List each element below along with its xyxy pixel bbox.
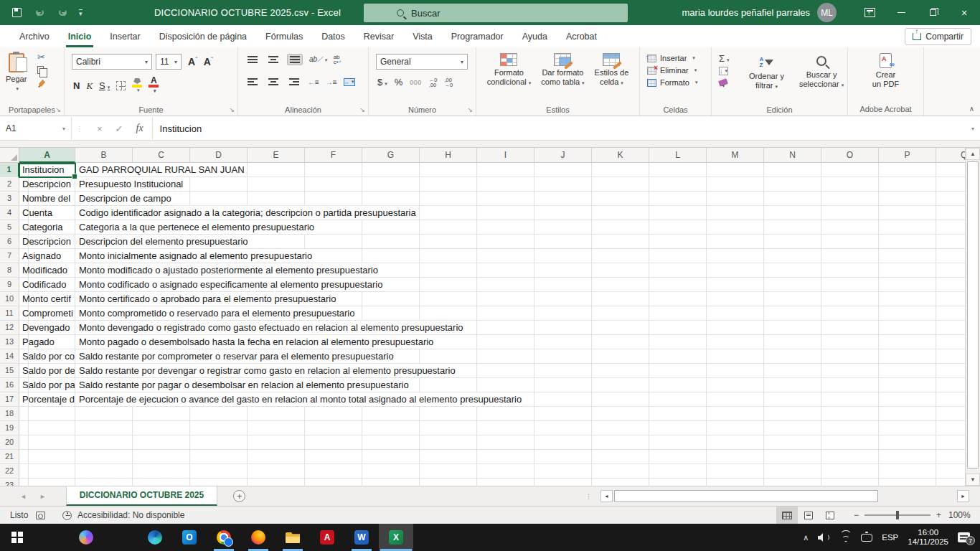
taskbar-edge-button[interactable] xyxy=(138,524,172,551)
decrease-decimal-button[interactable]: ,00→0 xyxy=(445,77,453,88)
cell-A7[interactable]: Asignado xyxy=(19,249,75,263)
tab-insertar[interactable]: Insertar xyxy=(100,25,149,47)
row-header-2[interactable]: 2 xyxy=(0,177,19,192)
next-sheet-arrow[interactable]: ► xyxy=(39,493,46,500)
clear-button[interactable] xyxy=(718,78,728,87)
cell-B12[interactable]: Monto devengado o registrado como gasto … xyxy=(77,321,466,334)
cancel-button[interactable]: × xyxy=(97,123,103,134)
row-header-20[interactable]: 20 xyxy=(0,435,19,450)
italic-button[interactable]: K xyxy=(86,80,93,92)
bold-button[interactable]: N xyxy=(73,80,80,91)
cell-A2[interactable]: Descripcion xyxy=(19,177,75,191)
close-button[interactable]: × xyxy=(948,0,980,25)
row-header-14[interactable]: 14 xyxy=(0,349,19,364)
paste-button[interactable]: Pegar xyxy=(6,53,27,93)
align-left-button[interactable] xyxy=(245,77,260,87)
cell-B6[interactable]: Descripcion del elemento presupuestario xyxy=(77,235,250,248)
increase-decimal-button[interactable]: ←0,00 xyxy=(429,77,438,88)
insert-function-button[interactable]: fx xyxy=(136,123,143,134)
column-header-H[interactable]: H xyxy=(420,148,477,163)
customize-qat-button[interactable]: ▾ xyxy=(79,9,83,17)
meet-now-icon[interactable] xyxy=(861,534,872,542)
cell-styles-button[interactable]: Estilos de celda xyxy=(595,53,629,88)
comma-format-button[interactable]: 000 xyxy=(410,79,422,86)
row-header-6[interactable]: 6 xyxy=(0,235,19,249)
cell-A5[interactable]: Categoria xyxy=(19,220,75,234)
cell-B1[interactable]: GAD PARROQUIAL RURAL SAN JUAN xyxy=(77,163,247,176)
column-header-Q[interactable]: Q xyxy=(936,148,965,163)
alignment-dialog-launcher[interactable]: ↘ xyxy=(359,106,365,113)
number-format-select[interactable]: General▾ xyxy=(376,54,468,70)
column-header-C[interactable]: C xyxy=(133,148,190,163)
select-all-corner[interactable] xyxy=(0,148,19,163)
accessibility-status[interactable]: Accesibilidad: No disponible xyxy=(77,510,184,520)
decrease-font-button[interactable]: Aˇ xyxy=(204,56,213,67)
row-header-18[interactable]: 18 xyxy=(0,407,19,421)
cell-B8[interactable]: Monto modificado o ajustado posteriormen… xyxy=(77,263,380,277)
font-dialog-launcher[interactable]: ↘ xyxy=(229,106,235,113)
align-bottom-button[interactable] xyxy=(287,54,303,65)
cell-B17[interactable]: Porcentaje de ejecucion o avance del gas… xyxy=(77,392,524,406)
taskbar-outlook-button[interactable] xyxy=(172,524,207,551)
font-size-select[interactable]: 11▾ xyxy=(156,54,182,70)
cell-A12[interactable]: Devengado xyxy=(19,321,75,334)
merge-center-button[interactable]: ↔ xyxy=(344,78,355,86)
clipboard-dialog-launcher[interactable]: ↘ xyxy=(55,106,61,113)
scroll-down-arrow[interactable]: ▼ xyxy=(966,474,980,486)
tab-datos[interactable]: Datos xyxy=(312,25,354,47)
row-header-9[interactable]: 9 xyxy=(0,278,19,292)
align-middle-button[interactable] xyxy=(266,55,281,65)
column-header-I[interactable]: I xyxy=(477,148,534,163)
tab-ayuda[interactable]: Ayuda xyxy=(513,25,557,47)
avatar[interactable]: ML xyxy=(817,3,837,22)
notifications-icon[interactable]: 7 xyxy=(958,532,970,542)
search-box[interactable]: Buscar xyxy=(364,4,628,22)
taskbar-word-button[interactable] xyxy=(344,524,379,551)
cell-A1[interactable]: Institucion xyxy=(19,163,75,176)
cell-A14[interactable]: Saldo por co xyxy=(19,349,75,363)
cell-B9[interactable]: Monto codificado o asignado especificame… xyxy=(77,278,385,291)
cut-button[interactable]: ✂ xyxy=(37,53,45,62)
taskbar-search-button[interactable] xyxy=(34,524,69,551)
tab-programador[interactable]: Programador xyxy=(442,25,513,47)
cell-A16[interactable]: Saldo por pa xyxy=(19,378,75,392)
page-break-view-button[interactable] xyxy=(819,507,841,524)
cell-B11[interactable]: Monto comprometido o reservado para el e… xyxy=(77,306,357,320)
cell-A11[interactable]: Comprometi xyxy=(19,306,75,320)
fill-color-button[interactable] xyxy=(132,78,142,93)
volume-icon[interactable] xyxy=(818,532,830,542)
tab-archivo[interactable]: Archivo xyxy=(10,25,59,47)
cell-A3[interactable]: Nombre del xyxy=(19,192,75,205)
increase-font-button[interactable]: Aˆ xyxy=(188,56,197,67)
formula-bar-splitter[interactable]: ⋮ xyxy=(72,125,88,133)
expand-formula-bar-button[interactable]: ▾ xyxy=(971,126,980,132)
row-header-19[interactable]: 19 xyxy=(0,421,19,435)
zoom-in-button[interactable]: + xyxy=(936,510,941,520)
redo-button[interactable] xyxy=(56,6,69,19)
zoom-out-button[interactable]: − xyxy=(854,510,859,520)
tab-scrollbar-splitter[interactable]: ⋮ xyxy=(585,494,592,499)
wrap-text-button[interactable]: abc↩ xyxy=(334,55,341,65)
row-header-17[interactable]: 17 xyxy=(0,392,19,407)
row-header-4[interactable]: 4 xyxy=(0,206,19,220)
decrease-indent-button[interactable]: ←≡ xyxy=(308,78,319,86)
taskbar-copilot-button[interactable] xyxy=(69,524,103,551)
column-header-K[interactable]: K xyxy=(592,148,649,163)
cell-A15[interactable]: Saldo por de xyxy=(19,364,75,377)
taskbar-file-explorer-button[interactable] xyxy=(275,524,310,551)
column-header-E[interactable]: E xyxy=(248,148,305,163)
row-header-22[interactable]: 22 xyxy=(0,464,19,479)
cell-A6[interactable]: Descripcion xyxy=(19,235,75,248)
page-layout-view-button[interactable] xyxy=(798,507,819,524)
ribbon-display-options-button[interactable] xyxy=(854,0,885,25)
save-button[interactable] xyxy=(10,6,23,19)
number-dialog-launcher[interactable]: ↘ xyxy=(467,106,473,113)
zoom-level[interactable]: 100% xyxy=(948,510,980,520)
name-box[interactable]: A1▾ xyxy=(0,117,72,140)
column-header-N[interactable]: N xyxy=(764,148,821,163)
cell-A10[interactable]: Monto certif xyxy=(19,292,75,306)
cell-B15[interactable]: Saldo restante por devengar o registrar … xyxy=(77,364,458,377)
zoom-slider[interactable] xyxy=(864,514,930,516)
insert-cells-button[interactable]: Insertar xyxy=(647,54,711,62)
cell-B14[interactable]: Saldo restante por comprometer o reserva… xyxy=(77,349,396,363)
